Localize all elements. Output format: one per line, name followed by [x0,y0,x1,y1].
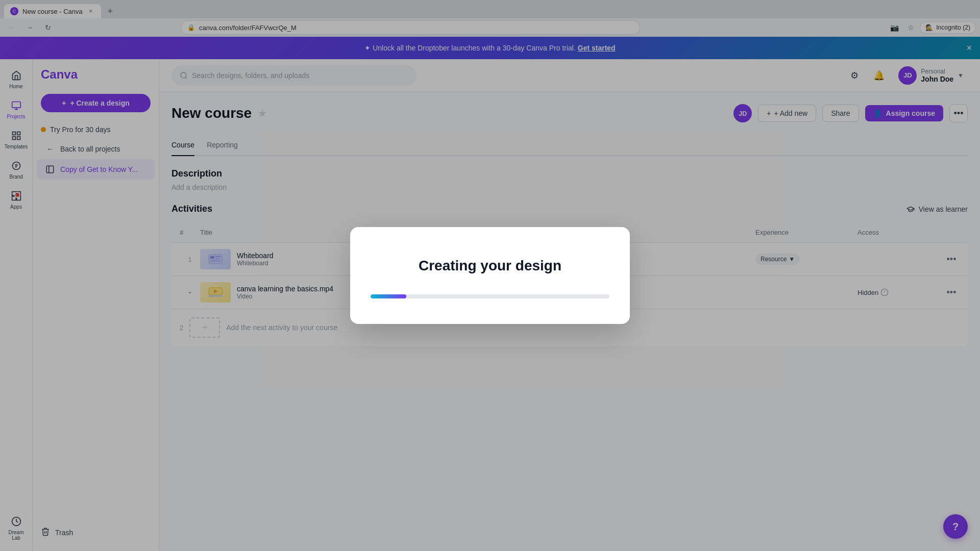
progress-bar-container [371,294,609,298]
progress-bar-fill [371,294,406,298]
creating-design-modal: Creating your design [350,227,630,324]
modal-overlay: Creating your design [0,0,980,551]
modal-title: Creating your design [419,258,561,274]
